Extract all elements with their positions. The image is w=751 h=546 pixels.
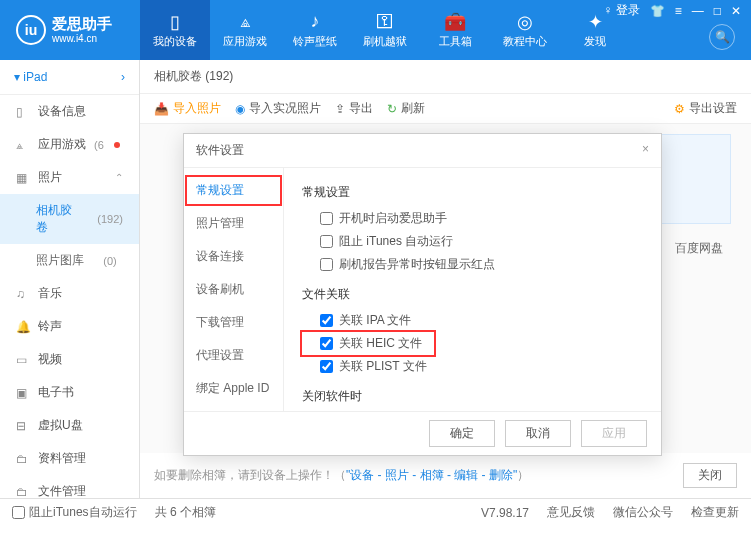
red-dot-icon: [114, 142, 120, 148]
tab-flash[interactable]: 设备刷机: [184, 273, 283, 306]
breadcrumb: 相机胶卷 (192): [140, 60, 751, 94]
feedback-link[interactable]: 意见反馈: [547, 504, 595, 521]
nav-my-device[interactable]: ▯我的设备: [140, 0, 210, 60]
menu-icon[interactable]: ≡: [675, 4, 682, 18]
tab-download[interactable]: 下载管理: [184, 306, 283, 339]
live-icon: ◉: [235, 102, 245, 116]
folder-icon: 🗀: [16, 485, 30, 499]
wechat-link[interactable]: 微信公众号: [613, 504, 673, 521]
version-label: V7.98.17: [481, 506, 529, 520]
section-on-close: 关闭软件时: [302, 388, 643, 405]
export-icon: ⇪: [335, 102, 345, 116]
book-icon: ▣: [16, 386, 30, 400]
book-icon: ◎: [517, 12, 533, 32]
key-icon: ⚿: [376, 12, 394, 32]
sidebar-device-info[interactable]: ▯设备信息: [0, 95, 139, 128]
hint-link[interactable]: "设备 - 照片 - 相簿 - 编辑 - 删除": [346, 467, 517, 484]
opt-assoc-plist[interactable]: 关联 PLIST 文件: [302, 355, 643, 378]
export-settings-button[interactable]: ⚙导出设置: [674, 100, 737, 117]
sidebar-ringtone[interactable]: 🔔铃声: [0, 310, 139, 343]
sidebar-video[interactable]: ▭视频: [0, 343, 139, 376]
chevron-right-icon: ›: [121, 70, 125, 84]
search-icon: 🔍: [715, 30, 730, 44]
gear-icon: ⚙: [674, 102, 685, 116]
close-window-icon[interactable]: ✕: [731, 4, 741, 18]
sidebar-data[interactable]: 🗀资料管理: [0, 442, 139, 475]
close-hint-button[interactable]: 关闭: [683, 463, 737, 488]
logo-icon: iu: [16, 15, 46, 45]
dialog-content: 常规设置 开机时启动爱思助手 阻止 iTunes 自动运行 刷机报告异常时按钮显…: [284, 168, 661, 411]
sidebar-ebook[interactable]: ▣电子书: [0, 376, 139, 409]
cancel-button[interactable]: 取消: [505, 420, 571, 447]
sidebar-photos[interactable]: ▦照片⌃: [0, 161, 139, 194]
sidebar-apps[interactable]: ⟁应用游戏 (6: [0, 128, 139, 161]
music-icon: ♪: [311, 12, 320, 32]
ok-button[interactable]: 确定: [429, 420, 495, 447]
tab-appleid[interactable]: 绑定 Apple ID: [184, 372, 283, 405]
sidebar-camera-roll[interactable]: 相机胶卷 (192): [0, 194, 139, 244]
window-controls: ♀ 登录 👕 ≡ — □ ✕: [603, 2, 741, 19]
apps-icon: ⟁: [240, 12, 251, 32]
sidebar-music[interactable]: ♫音乐: [0, 277, 139, 310]
export-button[interactable]: ⇪导出: [335, 100, 373, 117]
tab-general[interactable]: 常规设置: [184, 174, 283, 207]
nav: ▯我的设备 ⟁应用游戏 ♪铃声壁纸 ⚿刷机越狱 🧰工具箱 ◎教程中心 ✦发现: [140, 0, 630, 60]
import-live-button[interactable]: ◉导入实况照片: [235, 100, 321, 117]
device-header[interactable]: ▾ iPad ›: [0, 60, 139, 95]
sidebar: ▾ iPad › ▯设备信息 ⟁应用游戏 (6 ▦照片⌃ 相机胶卷 (192) …: [0, 60, 140, 498]
opt-block-itunes[interactable]: 阻止 iTunes 自动运行: [302, 230, 643, 253]
sidebar-udisk[interactable]: ⊟虚拟U盘: [0, 409, 139, 442]
apply-button[interactable]: 应用: [581, 420, 647, 447]
tab-proxy[interactable]: 代理设置: [184, 339, 283, 372]
sidebar-photo-library[interactable]: 照片图库 (0): [0, 244, 139, 277]
opt-flash-reddot[interactable]: 刷机报告异常时按钮显示红点: [302, 253, 643, 276]
check-update-link[interactable]: 检查更新: [691, 504, 739, 521]
nav-tutorial[interactable]: ◎教程中心: [490, 0, 560, 60]
login-link[interactable]: ♀ 登录: [603, 2, 639, 19]
hint-bar: 如要删除相簿，请到设备上操作！（ "设备 - 照片 - 相簿 - 编辑 - 删除…: [140, 453, 751, 498]
block-itunes-checkbox[interactable]: 阻止iTunes自动运行: [12, 504, 137, 521]
tab-connection[interactable]: 设备连接: [184, 240, 283, 273]
import-icon: 📥: [154, 102, 169, 116]
search-button[interactable]: 🔍: [709, 24, 735, 50]
skin-icon[interactable]: 👕: [650, 4, 665, 18]
toolbar: 📥导入照片 ◉导入实况照片 ⇪导出 ↻刷新 ⚙导出设置: [140, 94, 751, 124]
import-photo-button[interactable]: 📥导入照片: [154, 100, 221, 117]
refresh-button[interactable]: ↻刷新: [387, 100, 425, 117]
opt-startup[interactable]: 开机时启动爱思助手: [302, 207, 643, 230]
minimize-icon[interactable]: —: [692, 4, 704, 18]
refresh-icon: ↻: [387, 102, 397, 116]
top-bar: iu 爱思助手 www.i4.cn ▯我的设备 ⟁应用游戏 ♪铃声壁纸 ⚿刷机越…: [0, 0, 751, 60]
photo-icon: ▦: [16, 171, 30, 185]
settings-dialog: 软件设置 × 常规设置 照片管理 设备连接 设备刷机 下载管理 代理设置 绑定 …: [183, 133, 662, 456]
note-icon: ♫: [16, 287, 30, 301]
dialog-title-bar: 软件设置 ×: [184, 134, 661, 168]
info-icon: ▯: [16, 105, 30, 119]
maximize-icon[interactable]: □: [714, 4, 721, 18]
netdisk-label: 百度网盘: [675, 240, 723, 257]
video-icon: ▭: [16, 353, 30, 367]
toolbox-icon: 🧰: [444, 12, 466, 32]
nav-toolbox[interactable]: 🧰工具箱: [420, 0, 490, 60]
album-count: 共 6 个相簿: [155, 504, 216, 521]
opt-assoc-heic[interactable]: 关联 HEIC 文件: [302, 332, 434, 355]
phone-icon: ▯: [170, 12, 180, 32]
chevron-up-icon: ⌃: [115, 172, 123, 183]
sidebar-files[interactable]: 🗀文件管理: [0, 475, 139, 498]
compass-icon: ✦: [588, 12, 603, 32]
app-url: www.i4.cn: [52, 33, 112, 45]
tab-photo[interactable]: 照片管理: [184, 207, 283, 240]
section-general: 常规设置: [302, 184, 643, 201]
dialog-close-button[interactable]: ×: [642, 142, 649, 159]
section-file-assoc: 文件关联: [302, 286, 643, 303]
nav-flash[interactable]: ⚿刷机越狱: [350, 0, 420, 60]
apps-icon: ⟁: [16, 138, 30, 152]
opt-assoc-ipa[interactable]: 关联 IPA 文件: [302, 309, 643, 332]
nav-ringtones[interactable]: ♪铃声壁纸: [280, 0, 350, 60]
logo[interactable]: iu 爱思助手 www.i4.cn: [0, 15, 140, 45]
dialog-tabs: 常规设置 照片管理 设备连接 设备刷机 下载管理 代理设置 绑定 Apple I…: [184, 168, 284, 411]
app-title: 爱思助手: [52, 15, 112, 33]
nav-apps[interactable]: ⟁应用游戏: [210, 0, 280, 60]
statusbar: 阻止iTunes自动运行 共 6 个相簿 V7.98.17 意见反馈 微信公众号…: [0, 498, 751, 526]
folder-icon: 🗀: [16, 452, 30, 466]
